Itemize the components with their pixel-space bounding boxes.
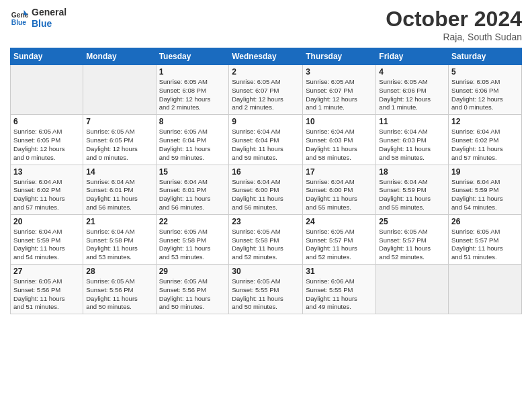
day-info: Sunrise: 6:04 AM Sunset: 5:59 PM Dayligh… — [451, 178, 519, 212]
calendar-cell — [11, 65, 83, 115]
calendar-cell: 21Sunrise: 6:04 AM Sunset: 5:58 PM Dayli… — [83, 214, 156, 264]
calendar-cell: 20Sunrise: 6:04 AM Sunset: 5:59 PM Dayli… — [11, 214, 83, 264]
day-info: Sunrise: 6:04 AM Sunset: 6:03 PM Dayligh… — [306, 128, 373, 162]
day-number: 23 — [232, 217, 300, 226]
calendar-cell: 2Sunrise: 6:05 AM Sunset: 6:07 PM Daylig… — [229, 65, 303, 115]
day-info: Sunrise: 6:04 AM Sunset: 5:59 PM Dayligh… — [379, 178, 445, 212]
calendar-cell: 17Sunrise: 6:04 AM Sunset: 6:00 PM Dayli… — [303, 165, 376, 214]
calendar-cell: 13Sunrise: 6:04 AM Sunset: 6:02 PM Dayli… — [11, 165, 83, 214]
col-tuesday: Tuesday — [156, 48, 229, 65]
day-info: Sunrise: 6:05 AM Sunset: 6:08 PM Dayligh… — [159, 78, 226, 112]
day-info: Sunrise: 6:05 AM Sunset: 5:58 PM Dayligh… — [159, 228, 226, 262]
day-info: Sunrise: 6:05 AM Sunset: 6:07 PM Dayligh… — [306, 78, 373, 112]
calendar-cell: 9Sunrise: 6:04 AM Sunset: 6:04 PM Daylig… — [229, 115, 303, 165]
day-info: Sunrise: 6:04 AM Sunset: 6:00 PM Dayligh… — [232, 178, 300, 212]
day-number: 12 — [451, 117, 519, 126]
day-info: Sunrise: 6:05 AM Sunset: 6:05 PM Dayligh… — [86, 128, 152, 162]
col-thursday: Thursday — [303, 48, 376, 65]
day-info: Sunrise: 6:05 AM Sunset: 6:06 PM Dayligh… — [379, 78, 445, 112]
week-row-3: 20Sunrise: 6:04 AM Sunset: 5:59 PM Dayli… — [11, 214, 522, 264]
day-info: Sunrise: 6:05 AM Sunset: 6:04 PM Dayligh… — [159, 128, 226, 162]
day-number: 19 — [451, 167, 519, 177]
svg-text:Blue: Blue — [11, 19, 27, 26]
day-info: Sunrise: 6:04 AM Sunset: 5:58 PM Dayligh… — [86, 228, 152, 262]
calendar-cell: 4Sunrise: 6:05 AM Sunset: 6:06 PM Daylig… — [376, 65, 449, 115]
day-number: 2 — [232, 67, 300, 77]
calendar-cell: 25Sunrise: 6:05 AM Sunset: 5:57 PM Dayli… — [376, 214, 449, 264]
title-area: October 2024 Raja, South Sudan — [386, 7, 522, 42]
svg-text:General: General — [11, 11, 29, 19]
day-info: Sunrise: 6:04 AM Sunset: 6:00 PM Dayligh… — [306, 178, 373, 212]
calendar-cell — [83, 65, 156, 115]
calendar-cell: 26Sunrise: 6:05 AM Sunset: 5:57 PM Dayli… — [449, 214, 522, 264]
calendar-cell: 12Sunrise: 6:04 AM Sunset: 6:02 PM Dayli… — [449, 115, 522, 165]
day-number: 3 — [306, 67, 373, 77]
calendar-cell: 10Sunrise: 6:04 AM Sunset: 6:03 PM Dayli… — [303, 115, 376, 165]
day-info: Sunrise: 6:05 AM Sunset: 6:05 PM Dayligh… — [13, 128, 80, 162]
calendar: Sunday Monday Tuesday Wednesday Thursday… — [10, 48, 522, 314]
day-number: 18 — [379, 167, 445, 177]
calendar-cell: 15Sunrise: 6:04 AM Sunset: 6:01 PM Dayli… — [156, 165, 229, 214]
day-number: 29 — [159, 267, 226, 276]
calendar-cell: 16Sunrise: 6:04 AM Sunset: 6:00 PM Dayli… — [229, 165, 303, 214]
calendar-cell — [449, 265, 522, 314]
weekday-row: Sunday Monday Tuesday Wednesday Thursday… — [11, 48, 522, 65]
day-info: Sunrise: 6:04 AM Sunset: 6:02 PM Dayligh… — [13, 178, 80, 212]
day-number: 8 — [159, 117, 226, 126]
header-area: General Blue General Blue October 2024 R… — [10, 7, 522, 42]
week-row-0: 1Sunrise: 6:05 AM Sunset: 6:08 PM Daylig… — [11, 65, 522, 115]
col-saturday: Saturday — [449, 48, 522, 65]
day-number: 17 — [306, 167, 373, 177]
calendar-cell: 14Sunrise: 6:04 AM Sunset: 6:01 PM Dayli… — [83, 165, 156, 214]
calendar-cell: 23Sunrise: 6:05 AM Sunset: 5:58 PM Dayli… — [229, 214, 303, 264]
location: Raja, South Sudan — [386, 32, 522, 42]
day-number: 27 — [13, 267, 80, 276]
calendar-cell: 30Sunrise: 6:05 AM Sunset: 5:55 PM Dayli… — [229, 265, 303, 314]
day-number: 1 — [159, 67, 226, 77]
day-number: 20 — [13, 217, 80, 226]
day-info: Sunrise: 6:05 AM Sunset: 6:06 PM Dayligh… — [451, 78, 519, 112]
calendar-header: Sunday Monday Tuesday Wednesday Thursday… — [11, 48, 522, 65]
calendar-cell: 28Sunrise: 6:05 AM Sunset: 5:56 PM Dayli… — [83, 265, 156, 314]
calendar-cell: 11Sunrise: 6:04 AM Sunset: 6:03 PM Dayli… — [376, 115, 449, 165]
calendar-cell: 19Sunrise: 6:04 AM Sunset: 5:59 PM Dayli… — [449, 165, 522, 214]
week-row-1: 6Sunrise: 6:05 AM Sunset: 6:05 PM Daylig… — [11, 115, 522, 165]
calendar-cell: 31Sunrise: 6:06 AM Sunset: 5:55 PM Dayli… — [303, 265, 376, 314]
calendar-cell: 18Sunrise: 6:04 AM Sunset: 5:59 PM Dayli… — [376, 165, 449, 214]
calendar-cell: 3Sunrise: 6:05 AM Sunset: 6:07 PM Daylig… — [303, 65, 376, 115]
calendar-cell: 1Sunrise: 6:05 AM Sunset: 6:08 PM Daylig… — [156, 65, 229, 115]
day-info: Sunrise: 6:05 AM Sunset: 5:56 PM Dayligh… — [13, 277, 80, 312]
page: General Blue General Blue October 2024 R… — [0, 0, 532, 411]
day-info: Sunrise: 6:05 AM Sunset: 5:57 PM Dayligh… — [306, 228, 373, 262]
day-number: 10 — [306, 117, 373, 126]
calendar-cell: 8Sunrise: 6:05 AM Sunset: 6:04 PM Daylig… — [156, 115, 229, 165]
day-info: Sunrise: 6:05 AM Sunset: 5:55 PM Dayligh… — [232, 277, 300, 312]
day-info: Sunrise: 6:04 AM Sunset: 6:01 PM Dayligh… — [86, 178, 152, 212]
day-info: Sunrise: 6:05 AM Sunset: 6:07 PM Dayligh… — [232, 78, 300, 112]
day-info: Sunrise: 6:06 AM Sunset: 5:55 PM Dayligh… — [306, 277, 373, 312]
day-number: 30 — [232, 267, 300, 276]
day-info: Sunrise: 6:04 AM Sunset: 6:01 PM Dayligh… — [159, 178, 226, 212]
day-info: Sunrise: 6:04 AM Sunset: 6:02 PM Dayligh… — [451, 128, 519, 162]
day-number: 25 — [379, 217, 445, 226]
week-row-4: 27Sunrise: 6:05 AM Sunset: 5:56 PM Dayli… — [11, 265, 522, 314]
month-title: October 2024 — [386, 7, 522, 32]
day-info: Sunrise: 6:04 AM Sunset: 5:59 PM Dayligh… — [13, 228, 80, 262]
day-info: Sunrise: 6:05 AM Sunset: 5:57 PM Dayligh… — [451, 228, 519, 262]
day-info: Sunrise: 6:05 AM Sunset: 5:56 PM Dayligh… — [86, 277, 152, 312]
day-number: 16 — [232, 167, 300, 177]
logo-icon: General Blue — [10, 9, 29, 28]
logo: General Blue General Blue — [10, 7, 66, 30]
day-number: 11 — [379, 117, 445, 126]
calendar-cell: 5Sunrise: 6:05 AM Sunset: 6:06 PM Daylig… — [449, 65, 522, 115]
calendar-cell: 22Sunrise: 6:05 AM Sunset: 5:58 PM Dayli… — [156, 214, 229, 264]
day-info: Sunrise: 6:05 AM Sunset: 5:58 PM Dayligh… — [232, 228, 300, 262]
logo-blue: Blue — [32, 18, 66, 30]
day-number: 7 — [86, 117, 152, 126]
day-number: 24 — [306, 217, 373, 226]
col-wednesday: Wednesday — [229, 48, 303, 65]
day-number: 15 — [159, 167, 226, 177]
day-number: 6 — [13, 117, 80, 126]
day-number: 9 — [232, 117, 300, 126]
day-number: 28 — [86, 267, 152, 276]
